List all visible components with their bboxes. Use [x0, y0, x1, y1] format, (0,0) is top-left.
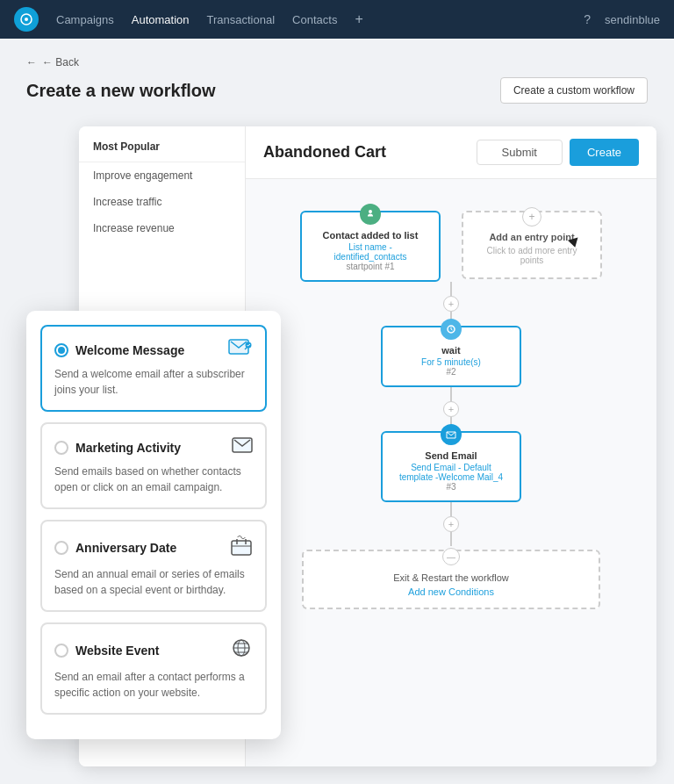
plus-connector-3[interactable]: +	[443, 516, 459, 532]
workflow-type-anniversary-header: Anniversary Date	[54, 534, 253, 561]
welcome-radio[interactable]	[54, 343, 68, 357]
back-arrow-icon: ←	[26, 56, 37, 68]
workflow-types-card: Welcome Message Send a welcome email aft…	[26, 311, 281, 739]
workflow-main: Abandoned Cart Submit Create	[246, 126, 656, 766]
contact-added-subtitle: List name - identified_contacts	[314, 242, 427, 262]
nav-right: ? sendinblue	[584, 12, 660, 26]
wait-label: #2	[395, 367, 507, 377]
website-icon	[230, 637, 253, 664]
anniversary-icon	[230, 534, 253, 561]
page-header: Create a new workflow Create a custom wo…	[26, 77, 648, 104]
welcome-icon	[228, 339, 253, 361]
send-email-subtitle: Send Email - Default template -Welcome M…	[395, 463, 507, 482]
nav-transactional[interactable]: Transactional	[207, 13, 276, 26]
connector-3	[450, 387, 452, 401]
workflow-type-website[interactable]: Website Event Send an email after a cont…	[40, 622, 267, 715]
anniversary-radio[interactable]	[54, 541, 68, 555]
svg-point-1	[25, 18, 28, 21]
workflow-type-website-name: Website Event	[54, 644, 159, 658]
back-label: ← Back	[42, 56, 79, 68]
add-entry-node[interactable]: + Add an entry point Click to add more e…	[462, 211, 602, 279]
wait-title: wait	[395, 345, 507, 356]
exit-icon: —	[442, 548, 460, 565]
workflow-type-welcome[interactable]: Welcome Message Send a welcome email aft…	[40, 325, 267, 412]
connector-6	[450, 532, 452, 546]
workflow-type-anniversary[interactable]: Anniversary Date Send an annual email or…	[40, 520, 267, 612]
exit-title: Exit & Restart the workflow	[321, 572, 581, 583]
workflow-type-website-desc: Send an email after a contact performs a…	[54, 669, 253, 701]
contact-added-icon	[360, 204, 381, 225]
workflow-title: Abandoned Cart	[263, 143, 386, 162]
nav-plus-button[interactable]: +	[355, 11, 362, 27]
connector-5	[450, 502, 452, 516]
workflow-canvas: Contact added to list List name - identi…	[246, 179, 656, 766]
main-area: ← ← Back Create a new workflow Create a …	[0, 39, 674, 784]
nav-help-icon[interactable]: ?	[584, 12, 591, 26]
workflow-type-welcome-desc: Send a welcome email after a subscriber …	[54, 366, 253, 398]
workflow-type-welcome-header: Welcome Message	[54, 339, 253, 361]
workflow-type-website-header: Website Event	[54, 637, 253, 664]
page-title: Create a new workflow	[26, 81, 216, 101]
workflow-type-marketing-desc: Send emails based on whether contacts op…	[54, 464, 253, 495]
nav-logo[interactable]	[14, 7, 39, 32]
wait-subtitle: For 5 minute(s)	[395, 357, 507, 367]
wait-node[interactable]: wait For 5 minute(s) #2	[381, 326, 521, 387]
contact-added-label: startpoint #1	[314, 262, 427, 271]
plus-connector-1[interactable]: +	[443, 296, 459, 312]
sidebar-item-traffic[interactable]: Increase traffic	[79, 189, 245, 215]
plus-connector-2[interactable]: +	[443, 401, 459, 417]
sidebar-item-engagement[interactable]: Improve engagement	[79, 162, 245, 189]
send-email-label: #3	[395, 482, 507, 492]
create-button[interactable]: Create	[570, 139, 639, 166]
submit-button[interactable]: Submit	[477, 140, 563, 165]
nav-campaigns[interactable]: Campaigns	[56, 13, 114, 26]
nav-contacts[interactable]: Contacts	[292, 13, 337, 26]
website-radio[interactable]	[54, 644, 68, 658]
svg-rect-6	[232, 541, 251, 555]
workflow-type-marketing-name: Marketing Activity	[54, 441, 181, 455]
workflow-header: Abandoned Cart Submit Create	[246, 126, 656, 179]
workflow-type-welcome-name: Welcome Message	[54, 343, 184, 357]
workflow-type-marketing-header: Marketing Activity	[54, 436, 253, 458]
custom-workflow-button[interactable]: Create a custom workflow	[500, 77, 648, 104]
exit-node[interactable]: — Exit & Restart the workflow Add new Co…	[302, 550, 600, 609]
wait-icon	[441, 319, 462, 340]
contact-added-node[interactable]: Contact added to list List name - identi…	[300, 211, 441, 282]
sidebar-item-revenue[interactable]: Increase revenue	[79, 215, 245, 241]
nav-items: Campaigns Automation Transactional Conta…	[56, 11, 584, 27]
workflow-type-anniversary-name: Anniversary Date	[54, 541, 176, 555]
nav-bar: Campaigns Automation Transactional Conta…	[0, 0, 674, 39]
add-conditions-link[interactable]: Add new Conditions	[321, 586, 581, 597]
nav-automation[interactable]: Automation	[132, 13, 190, 26]
nav-user-menu[interactable]: sendinblue	[605, 13, 660, 26]
workflow-type-anniversary-desc: Send an annual email or series of emails…	[54, 566, 253, 598]
send-email-icon	[441, 424, 462, 445]
send-email-title: Send Email	[395, 450, 507, 461]
connector-1	[450, 282, 452, 296]
sidebar-title: Most Popular	[79, 140, 245, 162]
send-email-node[interactable]: Send Email Send Email - Default template…	[381, 431, 521, 502]
contact-added-title: Contact added to list	[314, 230, 427, 241]
marketing-icon	[232, 436, 253, 458]
marketing-radio[interactable]	[54, 441, 68, 455]
back-link[interactable]: ← ← Back	[26, 56, 648, 68]
add-entry-icon: +	[522, 207, 541, 227]
add-entry-subtitle: Click to add more entry points	[476, 246, 588, 265]
workflow-type-marketing[interactable]: Marketing Activity Send emails based on …	[40, 422, 267, 509]
